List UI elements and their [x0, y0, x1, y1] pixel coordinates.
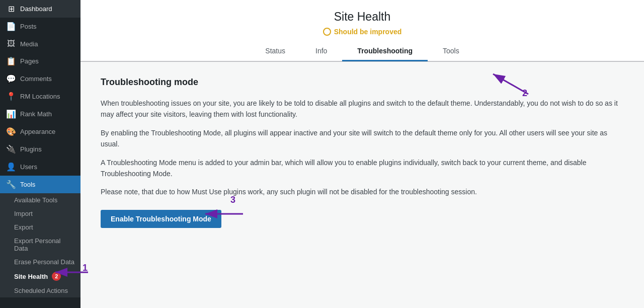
tabs-nav: StatusInfoTroubleshootingTools — [80, 42, 644, 61]
posts-icon: 📄 — [6, 22, 16, 31]
sidebar: ⊞Dashboard📄Posts🖼Media📋Pages💬Comments📍RM… — [0, 0, 80, 308]
media-icon: 🖼 — [6, 39, 16, 48]
paragraph-2: By enabling the Troubleshooting Mode, al… — [101, 127, 624, 150]
tab-status[interactable]: Status — [250, 42, 300, 61]
sidebar-item-comments[interactable]: 💬Comments — [0, 70, 80, 88]
sidebar-item-appearance[interactable]: 🎨Appearance — [0, 123, 80, 140]
tools-icon: 🔧 — [6, 180, 16, 189]
sidebar-item-posts[interactable]: 📄Posts — [0, 18, 80, 35]
sidebar-sub-item-scheduled-actions[interactable]: Scheduled Actions — [6, 284, 80, 297]
sidebar-item-rm-locations[interactable]: 📍RM Locations — [0, 88, 80, 105]
tab-troubleshooting[interactable]: Troubleshooting — [342, 42, 428, 61]
paragraph-1: When troubleshooting issues on your site… — [101, 98, 624, 120]
plugins-icon: 🔌 — [6, 144, 16, 154]
paragraphs-container: When troubleshooting issues on your site… — [101, 98, 624, 198]
comments-icon: 💬 — [6, 74, 16, 84]
sidebar-sub-item-available-tools[interactable]: Available Tools — [6, 193, 80, 207]
enable-troubleshooting-button[interactable]: Enable Troubleshooting Mode — [101, 210, 221, 228]
status-label: Should be improved — [334, 28, 402, 36]
status-badge: Should be improved — [323, 28, 402, 36]
sidebar-sub-item-site-health[interactable]: Site Health2 — [6, 269, 80, 284]
sidebar-item-users[interactable]: 👤Users — [0, 158, 80, 176]
tab-tools[interactable]: Tools — [428, 42, 474, 61]
badge-site-health: 2 — [52, 272, 61, 281]
button-area: Enable Troubleshooting Mode 3 — [101, 205, 221, 228]
rm-locations-icon: 📍 — [6, 92, 16, 101]
rank-math-icon: 📊 — [6, 109, 16, 119]
content-area: Troubleshooting mode When troubleshootin… — [80, 62, 644, 308]
sidebar-item-media[interactable]: 🖼Media — [0, 35, 80, 52]
top-area: Site Health Should be improved StatusInf… — [80, 0, 644, 62]
tab-info[interactable]: Info — [300, 42, 342, 61]
sidebar-item-plugins[interactable]: 🔌Plugins — [0, 140, 80, 158]
sidebar-item-tools[interactable]: 🔧Tools — [0, 176, 80, 193]
users-icon: 👤 — [6, 162, 16, 172]
status-circle-icon — [323, 28, 331, 36]
sidebar-sub-item-export-personal-data[interactable]: Export Personal Data — [6, 234, 80, 255]
sidebar-sub-item-erase-personal-data[interactable]: Erase Personal Data — [6, 255, 80, 269]
dashboard-icon: ⊞ — [6, 4, 16, 14]
sidebar-sub-item-export[interactable]: Export — [6, 220, 80, 234]
sidebar-sub-item-import[interactable]: Import — [6, 207, 80, 220]
main-content: Site Health Should be improved StatusInf… — [80, 0, 644, 308]
sidebar-item-rank-math[interactable]: 📊Rank Math — [0, 105, 80, 123]
appearance-icon: 🎨 — [6, 127, 16, 136]
sidebar-item-pages[interactable]: 📋Pages — [0, 52, 80, 70]
page-title: Site Health — [80, 10, 644, 24]
paragraph-3: A Troubleshooting Mode menu is added to … — [101, 157, 624, 180]
section-title: Troubleshooting mode — [101, 77, 624, 88]
sidebar-item-dashboard[interactable]: ⊞Dashboard — [0, 0, 80, 18]
paragraph-4: Please note, that due to how Must Use pl… — [101, 186, 624, 197]
pages-icon: 📋 — [6, 56, 16, 66]
